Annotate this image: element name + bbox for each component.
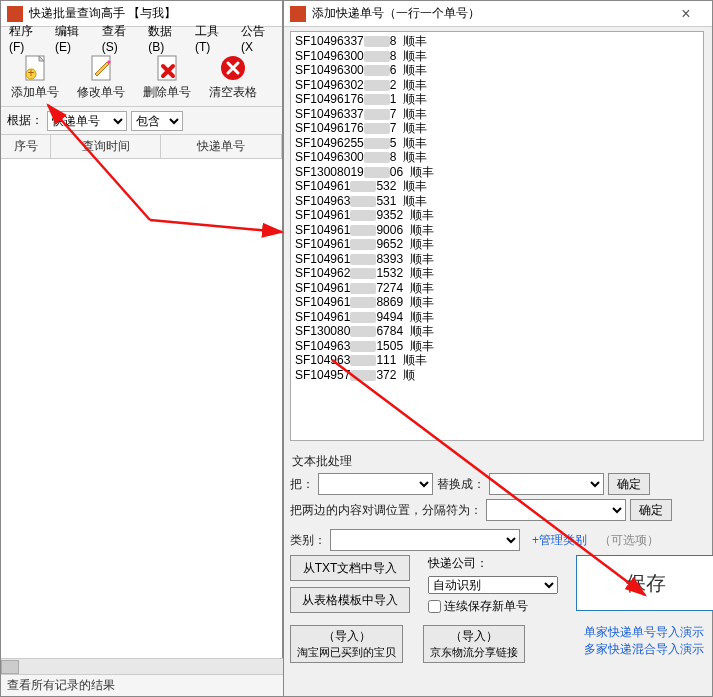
tracking-line: SF104963378 顺丰 — [295, 34, 699, 49]
replace-from-select[interactable] — [318, 473, 433, 495]
demo-multi-link[interactable]: 多家快递混合导入演示 — [584, 641, 704, 658]
tracking-line: SF104961761 顺丰 — [295, 92, 699, 107]
app-icon — [290, 6, 306, 22]
filter-label: 根据： — [7, 112, 43, 129]
tool-label: 修改单号 — [77, 84, 125, 101]
bottom-row: （导入） 淘宝网已买到的宝贝 （导入） 京东物流分享链接 单家快递单号导入演示 … — [290, 619, 704, 663]
toolbar: + 添加单号 修改单号 删除单号 清空表格 — [1, 49, 282, 107]
tracking-line: SF104963111 顺丰 — [295, 353, 699, 368]
tracking-line: SF104963531 顺丰 — [295, 194, 699, 209]
tracking-line: SF1049619006 顺丰 — [295, 223, 699, 238]
swap-ok-button[interactable]: 确定 — [630, 499, 672, 521]
demo-single-link[interactable]: 单家快递单号导入演示 — [584, 624, 704, 641]
dialog-title: 添加快递单号（一行一个单号） — [312, 5, 480, 22]
col-index[interactable]: 序号 — [1, 135, 51, 158]
replace-from-label: 把： — [290, 476, 314, 493]
tracking-line: SF1049621532 顺丰 — [295, 266, 699, 281]
save-button[interactable]: 保存 — [576, 555, 713, 611]
swap-sep-select[interactable] — [486, 499, 626, 521]
paren-label: （导入） — [323, 628, 371, 645]
menu-edit[interactable]: 编辑(E) — [51, 21, 96, 56]
main-title: 快递批量查询高手 【与我】 — [29, 5, 176, 22]
close-icon[interactable]: × — [666, 5, 706, 23]
tracking-line: SF1300801906 顺丰 — [295, 165, 699, 180]
main-window: 快递批量查询高手 【与我】 程序(F) 编辑(E) 查看(S) 数据(B) 工具… — [0, 0, 283, 697]
horizontal-scrollbar[interactable] — [1, 658, 284, 674]
filter-op-select[interactable]: 包含 — [131, 111, 183, 131]
import-jd-button[interactable]: （导入） 京东物流分享链接 — [423, 625, 525, 663]
tracking-line: SF1300806784 顺丰 — [295, 324, 699, 339]
tracking-line: SF104961532 顺丰 — [295, 179, 699, 194]
manage-category-link[interactable]: +管理类别 — [532, 532, 587, 549]
tracking-line: SF104963022 顺丰 — [295, 78, 699, 93]
import-taobao-button[interactable]: （导入） 淘宝网已买到的宝贝 — [290, 625, 403, 663]
menu-program[interactable]: 程序(F) — [5, 21, 49, 56]
keep-saving-checkbox[interactable]: 连续保存新单号 — [428, 598, 558, 615]
bottom-panel: 文本批处理 把： 替换成： 确定 把两边的内容对调位置，分隔符为： 确定 类别：… — [290, 449, 704, 690]
tracking-line: SF1049618393 顺丰 — [295, 252, 699, 267]
replace-row: 把： 替换成： 确定 — [290, 473, 704, 495]
tracking-line: SF1049619652 顺丰 — [295, 237, 699, 252]
batch-title: 文本批处理 — [292, 453, 704, 470]
category-select[interactable] — [330, 529, 520, 551]
replace-ok-button[interactable]: 确定 — [608, 473, 650, 495]
edit-page-icon — [87, 54, 115, 82]
filter-row: 根据： 快递单号 包含 — [1, 107, 282, 135]
replace-to-label: 替换成： — [437, 476, 485, 493]
filter-field-select[interactable]: 快递单号 — [47, 111, 127, 131]
add-tracking-dialog: 添加快递单号（一行一个单号） × SF104963378 顺丰SF1049630… — [283, 0, 713, 697]
import-grid: 从TXT文档中导入 从表格模板中导入 快递公司： 自动识别 连续保存新单号 保存 — [290, 555, 704, 615]
jd-sub: 京东物流分享链接 — [430, 645, 518, 660]
tracking-line: SF104963377 顺丰 — [295, 107, 699, 122]
paren-label: （导入） — [450, 628, 498, 645]
import-txt-button[interactable]: 从TXT文档中导入 — [290, 555, 410, 581]
grid-header: 序号 查询时间 快递单号 — [1, 135, 282, 159]
tracking-line: SF104961767 顺丰 — [295, 121, 699, 136]
tracking-line: SF1049619494 顺丰 — [295, 310, 699, 325]
scroll-thumb[interactable] — [1, 660, 19, 674]
menu-tools[interactable]: 工具(T) — [191, 21, 235, 56]
tracking-line: SF1049618869 顺丰 — [295, 295, 699, 310]
delete-tracking-button[interactable]: 删除单号 — [137, 52, 197, 104]
category-label: 类别： — [290, 532, 326, 549]
category-row: 类别： +管理类别 （可选项） — [290, 529, 704, 551]
tracking-line: SF104963006 顺丰 — [295, 63, 699, 78]
company-label: 快递公司： — [428, 555, 558, 572]
svg-text:+: + — [27, 66, 34, 80]
swap-label: 把两边的内容对调位置，分隔符为： — [290, 502, 482, 519]
menu-notice[interactable]: 公告(X — [237, 21, 278, 56]
tool-label: 清空表格 — [209, 84, 257, 101]
statusbar: 查看所有记录的结果 — [1, 674, 284, 696]
import-template-button[interactable]: 从表格模板中导入 — [290, 587, 410, 613]
tracking-line: SF104962555 顺丰 — [295, 136, 699, 151]
clear-table-button[interactable]: 清空表格 — [203, 52, 263, 104]
tracking-line: SF104957372 顺 — [295, 368, 699, 383]
col-tracking[interactable]: 快递单号 — [161, 135, 282, 158]
grid-body[interactable] — [1, 159, 282, 659]
menubar: 程序(F) 编辑(E) 查看(S) 数据(B) 工具(T) 公告(X — [1, 27, 282, 49]
tracking-line: SF1049631505 顺丰 — [295, 339, 699, 354]
edit-tracking-button[interactable]: 修改单号 — [71, 52, 131, 104]
clear-icon — [219, 54, 247, 82]
tracking-line: SF104963008 顺丰 — [295, 49, 699, 64]
app-icon — [7, 6, 23, 22]
taobao-sub: 淘宝网已买到的宝贝 — [297, 645, 396, 660]
tracking-line: SF1049619352 顺丰 — [295, 208, 699, 223]
delete-page-icon — [153, 54, 181, 82]
category-hint: （可选项） — [599, 532, 659, 549]
swap-row: 把两边的内容对调位置，分隔符为： 确定 — [290, 499, 704, 521]
tool-label: 添加单号 — [11, 84, 59, 101]
company-select[interactable]: 自动识别 — [428, 576, 558, 594]
tracking-line: SF104963008 顺丰 — [295, 150, 699, 165]
menu-data[interactable]: 数据(B) — [144, 21, 189, 56]
tracking-textarea[interactable]: SF104963378 顺丰SF104963008 顺丰SF104963006 … — [290, 31, 704, 441]
status-text: 查看所有记录的结果 — [7, 677, 115, 694]
tracking-line: SF1049617274 顺丰 — [295, 281, 699, 296]
add-page-icon: + — [21, 54, 49, 82]
col-querytime[interactable]: 查询时间 — [51, 135, 161, 158]
tool-label: 删除单号 — [143, 84, 191, 101]
add-tracking-button[interactable]: + 添加单号 — [5, 52, 65, 104]
menu-view[interactable]: 查看(S) — [98, 21, 143, 56]
replace-to-select[interactable] — [489, 473, 604, 495]
dialog-titlebar: 添加快递单号（一行一个单号） × — [284, 1, 712, 27]
